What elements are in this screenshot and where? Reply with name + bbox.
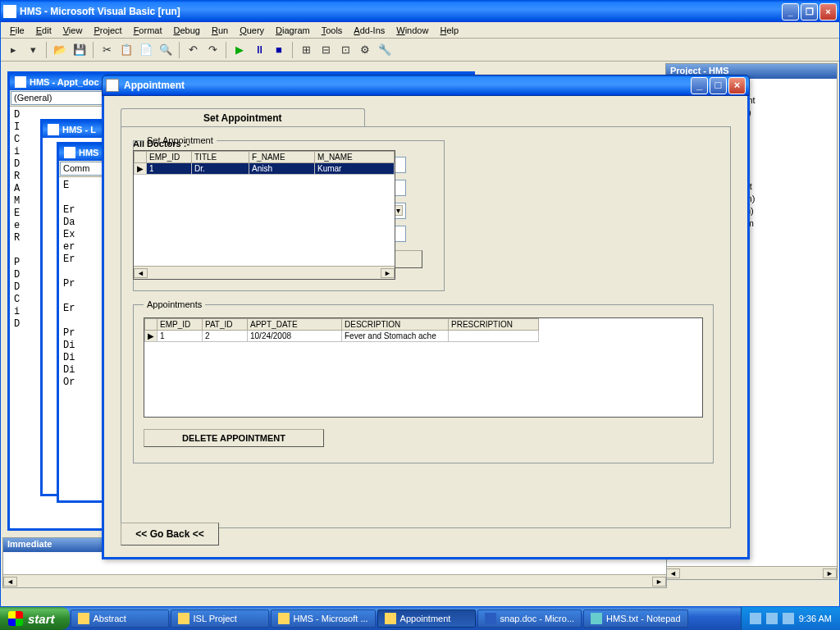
grid-row-selector[interactable]: ▶: [135, 163, 147, 175]
grid-row-selector[interactable]: ▶: [145, 331, 158, 342]
form-icon: [64, 147, 75, 158]
set-appointment-legend: Set Appointment: [144, 135, 217, 145]
menu-project[interactable]: Project: [88, 24, 127, 37]
taskbar-item[interactable]: Abstract: [71, 609, 169, 628]
appointments-legend: Appointments: [144, 299, 205, 309]
vb-menubar: File Edit View Project Format Debug Run …: [1, 22, 839, 39]
maximize-button[interactable]: ❐: [801, 3, 818, 21]
grid-cell[interactable]: Anish: [249, 163, 315, 175]
taskbar-item[interactable]: HMS.txt - Notepad: [583, 609, 687, 628]
tab-set-appointment[interactable]: Set Appointment: [121, 108, 365, 127]
minimize-button[interactable]: _: [691, 77, 708, 94]
toolbar-btn[interactable]: ⊟: [317, 41, 335, 59]
codewin-title: HMS: [79, 148, 98, 158]
project-hscroll[interactable]: [666, 566, 837, 579]
toolbar-btn[interactable]: ▾: [24, 41, 42, 59]
maximize-button[interactable]: □: [710, 77, 727, 94]
delete-appointment-button[interactable]: DELETE APPOINTMENT: [144, 429, 324, 447]
menu-format[interactable]: Format: [128, 24, 168, 37]
tray-icon[interactable]: [783, 613, 794, 624]
toolbar-btn[interactable]: ▸: [4, 41, 22, 59]
menu-run[interactable]: Run: [206, 24, 234, 37]
system-tray[interactable]: 9:36 AM: [741, 607, 840, 630]
menu-window[interactable]: Window: [390, 24, 434, 37]
go-back-button[interactable]: << Go Back <<: [121, 523, 219, 546]
vb-toolbar: ▸ ▾ 📂 💾 ✂ 📋 📄 🔍 ↶ ↷ ▶ ⏸ ■ ⊞ ⊟ ⊡ ⚙ 🔧: [1, 39, 839, 62]
tab-control: Set Appointment Set Appointment Enter Do…: [121, 107, 731, 528]
codewin-title: HMS - L: [62, 125, 96, 135]
appointments-grid[interactable]: EMP_ID PAT_ID APPT_DATE DESCRIPTION PRES…: [144, 317, 703, 418]
minimize-button[interactable]: _: [782, 3, 799, 21]
menu-help[interactable]: Help: [434, 24, 464, 37]
taskbar: start Abstract ISL Project HMS - Microso…: [0, 607, 840, 630]
vb-titlebar: HMS - Microsoft Visual Basic [run] _ ❐ ×: [1, 1, 839, 22]
windows-logo-icon: [8, 611, 23, 626]
taskbar-item[interactable]: ISL Project: [171, 609, 269, 628]
grid-header: EMP_ID: [147, 152, 192, 163]
toolbar-find-icon[interactable]: 🔍: [157, 41, 175, 59]
grid-header: DESCRIPTION: [342, 319, 449, 331]
grid-cell[interactable]: 2: [203, 331, 248, 342]
toolbar-stop-icon[interactable]: ■: [270, 41, 288, 59]
tray-icon[interactable]: [750, 613, 761, 624]
toolbar-btn[interactable]: ⊡: [336, 41, 354, 59]
appointments-group: Appointments EMP_ID PAT_ID APPT_DATE DES…: [133, 299, 714, 463]
folder-icon: [178, 613, 189, 624]
grid-cell[interactable]: 1: [147, 163, 192, 175]
menu-diagram[interactable]: Diagram: [270, 24, 316, 37]
grid-header: EMP_ID: [158, 319, 203, 331]
grid-cell[interactable]: Fever and Stomach ache: [342, 331, 449, 342]
appointment-title: Appointment: [124, 80, 185, 91]
close-button[interactable]: ×: [819, 3, 837, 21]
tray-icon[interactable]: [766, 613, 778, 624]
folder-icon: [78, 613, 89, 624]
grid-cell[interactable]: Dr.: [192, 163, 249, 175]
grid-header: [135, 152, 147, 163]
menu-addins[interactable]: Add-Ins: [348, 24, 390, 37]
menu-edit[interactable]: Edit: [30, 24, 57, 37]
toolbar-undo-icon[interactable]: ↶: [184, 41, 202, 59]
menu-query[interactable]: Query: [234, 24, 270, 37]
taskbar-item[interactable]: HMS - Microsoft ...: [271, 609, 376, 628]
vb-icon: [278, 613, 290, 624]
close-button[interactable]: ×: [728, 77, 746, 94]
grid-cell[interactable]: 1: [158, 331, 203, 342]
menu-view[interactable]: View: [57, 24, 89, 37]
start-button[interactable]: start: [0, 607, 70, 630]
taskbar-item[interactable]: snap.doc - Micro...: [477, 609, 582, 628]
notepad-icon: [591, 613, 602, 624]
toolbar-btn[interactable]: 🔧: [376, 41, 394, 59]
grid-header: PAT_ID: [203, 319, 248, 331]
toolbar-run-icon[interactable]: ▶: [231, 41, 249, 59]
toolbar-save-icon[interactable]: 💾: [71, 41, 89, 59]
toolbar-pause-icon[interactable]: ⏸: [250, 41, 268, 59]
grid-cell[interactable]: Kumar: [315, 163, 395, 175]
form-icon: [106, 79, 119, 92]
grid-cell[interactable]: [449, 331, 539, 342]
grid-cell[interactable]: 10/24/2008: [248, 331, 342, 342]
immediate-hscroll[interactable]: [3, 574, 666, 587]
grid-header: APPT_DATE: [248, 319, 342, 331]
toolbar-paste-icon[interactable]: 📄: [137, 41, 155, 59]
toolbar-btn[interactable]: ⚙: [356, 41, 374, 59]
toolbar-cut-icon[interactable]: ✂: [98, 41, 116, 59]
appointment-titlebar[interactable]: Appointment _ □ ×: [102, 75, 750, 96]
word-icon: [485, 613, 496, 624]
doctors-hscroll[interactable]: ◄►: [134, 266, 395, 279]
taskbar-item-active[interactable]: Appointment: [377, 609, 476, 628]
grid-header: [145, 319, 158, 331]
toolbar-redo-icon[interactable]: ↷: [203, 41, 221, 59]
form-icon: [385, 613, 396, 624]
grid-header: PRESCRIPTION: [449, 319, 539, 331]
doctors-grid[interactable]: EMP_ID TITLE F_NAME M_NAME ▶ 1 Dr. Anish…: [133, 150, 395, 280]
menu-tools[interactable]: Tools: [316, 24, 349, 37]
grid-header: F_NAME: [249, 152, 315, 163]
form-icon: [15, 76, 26, 88]
toolbar-copy-icon[interactable]: 📋: [117, 41, 135, 59]
tray-clock: 9:36 AM: [799, 614, 832, 623]
toolbar-btn[interactable]: ⊞: [297, 41, 315, 59]
toolbar-open-icon[interactable]: 📂: [51, 41, 69, 59]
menu-debug[interactable]: Debug: [167, 24, 205, 37]
vb-app-icon: [3, 5, 16, 18]
menu-file[interactable]: File: [4, 24, 30, 37]
